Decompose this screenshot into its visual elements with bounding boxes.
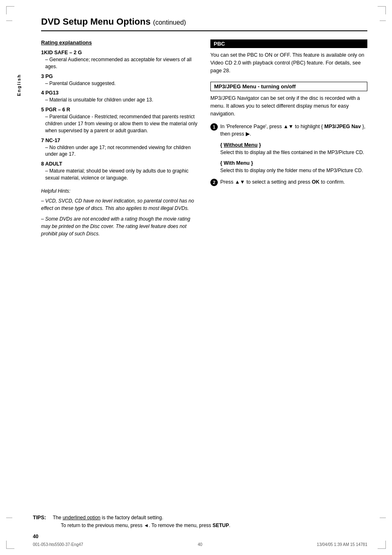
- without-menu-title: { Without Menu }: [220, 142, 367, 148]
- mp3-section-header: MP3/JPEG Menu - turning on/off: [210, 82, 367, 91]
- step-1-container: 1 In 'Preference Page', press ▲▼ to high…: [210, 123, 367, 138]
- page-number: 40: [33, 534, 38, 539]
- side-mark-right-top: [380, 21, 386, 21]
- helpful-hints-label: Helpful Hints:: [41, 187, 198, 195]
- rating-5-title: 7 NC-17: [41, 138, 198, 143]
- tips-line1: The underlined option is the factory def…: [53, 515, 163, 520]
- step-2-circle: 2: [210, 179, 218, 186]
- helpful-hints-section: Helpful Hints: – VCD, SVCD, CD have no l…: [41, 187, 198, 237]
- tips-label: TIPS:: [33, 515, 46, 520]
- rating-4-title: 5 PGR – 6 R: [41, 107, 198, 113]
- corner-mark-bl: [6, 541, 14, 549]
- title-text: DVD Setup Menu Options: [41, 16, 150, 27]
- mp3-intro-text: MP3/JPEG Navigator can be set only if th…: [210, 94, 367, 117]
- helpful-hint-2: – Some DVDs are not encoded with a ratin…: [41, 215, 198, 237]
- corner-mark-tl: [6, 6, 14, 14]
- side-mark-left-top: [6, 21, 12, 21]
- step-1-circle: 1: [210, 123, 218, 131]
- rating-1-title: 1KID SAFE – 2 G: [41, 50, 198, 55]
- page-wrapper: English DVD Setup Menu Options (continue…: [0, 0, 392, 555]
- two-column-layout: Rating explanations 1KID SAFE – 2 G – Ge…: [41, 39, 367, 237]
- step-2-container: 2 Press ▲▼ to select a setting and press…: [210, 178, 367, 186]
- right-column: PBC You can set the PBC to ON or OFF. Th…: [210, 39, 367, 237]
- footer-codes: 001-053-hts5500-37-Eng47 40 13/04/05 1:3…: [33, 542, 367, 547]
- pbc-section-header: PBC: [210, 39, 367, 48]
- pbc-text: You can set the PBC to ON or OFF. This f…: [210, 51, 367, 74]
- with-menu-title: { With Menu }: [220, 160, 367, 166]
- rating-6-desc: – Mature material; should be viewed only…: [45, 168, 198, 182]
- rating-2-title: 3 PG: [41, 74, 198, 79]
- footer-left-code: 001-053-hts5500-37-Eng47: [33, 542, 83, 547]
- left-column: Rating explanations 1KID SAFE – 2 G – Ge…: [41, 39, 198, 237]
- step-2-text: Press ▲▼ to select a setting and press O…: [220, 178, 367, 186]
- with-menu-desc: Select this to display only the folder m…: [220, 167, 367, 174]
- with-menu-option: { With Menu } Select this to display onl…: [220, 160, 367, 174]
- title-continued: (continued): [153, 19, 186, 26]
- step-1-text: In 'Preference Page', press ▲▼ to highli…: [220, 123, 367, 138]
- tips-bar: TIPS: The underlined option is the facto…: [0, 511, 392, 532]
- helpful-hint-1: – VCD, SVCD, CD have no level indication…: [41, 197, 198, 212]
- page-title: DVD Setup Menu Options (continued): [41, 16, 367, 31]
- rating-section-title: Rating explanations: [41, 39, 198, 46]
- english-tab: English: [16, 74, 25, 96]
- corner-mark-br: [378, 541, 386, 549]
- rating-3-desc: – Material is unsuitable for children un…: [45, 97, 198, 104]
- rating-4-desc: – Parental Guidance - Restricted; recomm…: [45, 113, 198, 134]
- rating-5-desc: – No children under age 17; not recommen…: [45, 144, 198, 158]
- corner-mark-tr: [378, 6, 386, 14]
- without-menu-option: { Without Menu } Select this to display …: [220, 142, 367, 156]
- footer-right-code: 13/04/05 1:39 AM 15 14781: [317, 542, 367, 547]
- rating-6-title: 8 ADULT: [41, 161, 198, 167]
- tips-line2: To return to the previous menu, press ◄.…: [61, 523, 231, 528]
- rating-3-title: 4 PG13: [41, 90, 198, 96]
- footer-center-code: 40: [198, 542, 202, 547]
- rating-1-desc: – General Audience; recommended as accep…: [45, 56, 198, 70]
- without-menu-desc: Select this to display all the files con…: [220, 149, 367, 156]
- rating-2-desc: – Parental Guidance suggested.: [45, 80, 198, 87]
